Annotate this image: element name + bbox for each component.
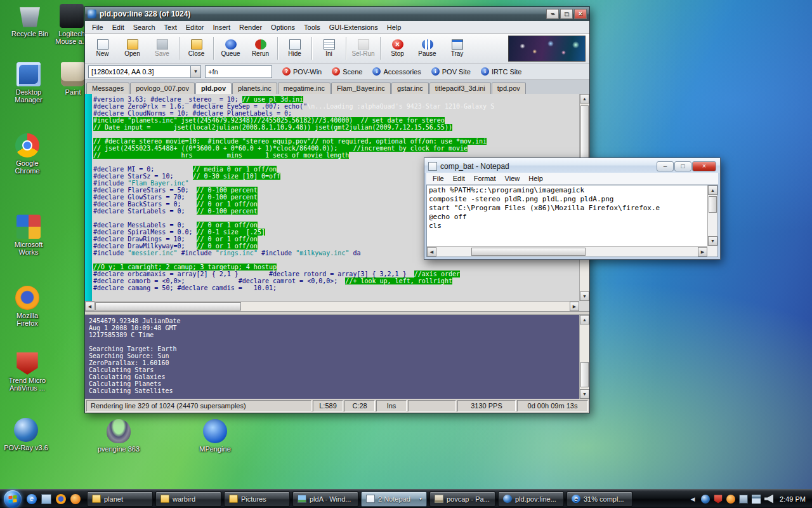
pause-button[interactable]: Pause <box>412 35 442 62</box>
povray-title-bar[interactable]: pld.pov:line 328 (of 1024) – □ × <box>85 7 589 21</box>
tab-povlogo-007-pov[interactable]: povlogo_007.pov <box>130 83 195 94</box>
hidden-icons-chevron[interactable]: ◀ <box>688 495 697 504</box>
taskbar-button-planet[interactable]: planet <box>87 491 153 507</box>
taskbar-button-povcap-pa[interactable]: povcap - Pa... <box>429 491 495 507</box>
taskbar-clock[interactable]: 2:49 PM <box>780 495 812 503</box>
desktop-icon-desktop-manager[interactable]: Desktop Manager <box>6 62 51 104</box>
tab-titlepacif3-3d-ini[interactable]: titlepacif3_3d.ini <box>429 83 491 94</box>
tab-messages[interactable]: Messages <box>86 83 129 94</box>
scroll-left-arrow[interactable]: ◀ <box>427 247 436 257</box>
network-tray-icon[interactable] <box>752 495 761 504</box>
scrollbar-thumb[interactable] <box>471 248 586 256</box>
scroll-right-arrow[interactable]: ▶ <box>570 302 579 311</box>
start-button[interactable] <box>4 490 22 508</box>
scroll-down-arrow[interactable]: ▼ <box>580 291 589 301</box>
menu-gui-extensions[interactable]: GUI-Extensions <box>325 22 383 32</box>
desktop-icon-trend-micro-antivirus[interactable]: Trend Micro AntiVirus ... <box>5 351 49 392</box>
taskbar-button-pictures[interactable]: Pictures <box>224 491 290 507</box>
desktop-icon-pov-ray-v3-6[interactable]: POV-Ray v3.6 <box>4 418 48 451</box>
chevron-down-icon[interactable]: ▼ <box>190 66 200 77</box>
menu-editor[interactable]: Editor <box>181 22 209 32</box>
desktop-icon-mozilla-firefox[interactable]: Mozilla Firefox <box>5 286 49 327</box>
notepad-menu-format[interactable]: Format <box>469 173 501 184</box>
chevron-down-icon[interactable]: ▾ <box>419 496 422 502</box>
taskbar-button-plda-wind[interactable]: pldA - Wind... <box>292 491 358 507</box>
ini-button[interactable]: Ini <box>314 35 344 62</box>
hide-button[interactable]: Hide <box>280 35 310 62</box>
render-options-dropdown[interactable]: [1280x1024, AA 0.3] ▼ <box>88 65 201 78</box>
tray-button[interactable]: Tray <box>442 35 472 62</box>
close-button[interactable]: × <box>574 9 587 19</box>
quick-launch-media-player-icon[interactable] <box>70 494 81 504</box>
save-button[interactable]: Save <box>147 35 177 62</box>
notepad-menu-edit[interactable]: Edit <box>449 173 469 184</box>
maximize-button[interactable]: □ <box>674 161 691 171</box>
tab-pld-pov[interactable]: pld.pov <box>195 83 232 94</box>
scroll-up-arrow[interactable]: ▲ <box>708 185 717 195</box>
notepad-horizontal-scrollbar[interactable]: ◀ ▶ <box>427 246 707 257</box>
command-line-input[interactable]: +fn <box>205 65 272 78</box>
menu-render[interactable]: Render <box>235 22 266 32</box>
scrollbar-thumb[interactable] <box>580 362 589 387</box>
tab-megatime-inc[interactable]: megatime.inc <box>278 83 331 94</box>
maximize-button[interactable]: □ <box>560 9 573 19</box>
tab-flam-bayer-inc[interactable]: Flam_Bayer.inc <box>331 83 391 94</box>
trend-micro-tray-icon[interactable] <box>714 495 723 504</box>
desktop-icon-google-chrome[interactable]: Google Chrome <box>5 133 49 175</box>
volume-tray-icon[interactable] <box>764 495 773 504</box>
quick-launch-show-desktop-icon[interactable] <box>41 494 51 504</box>
accessories-help-button[interactable]: Accessories <box>372 67 421 76</box>
stop-button[interactable]: Stop <box>383 35 412 62</box>
scroll-left-arrow[interactable]: ◀ <box>85 302 95 311</box>
desktop-icon-recycle-bin[interactable]: Recycle Bin <box>8 4 52 37</box>
minimize-button[interactable]: – <box>657 161 674 171</box>
message-pane[interactable]: 2454679.92348 JulianDateAug 1 2008 10:09… <box>85 315 589 399</box>
rerun-button[interactable]: Rerun <box>246 35 275 62</box>
tab-planets-inc[interactable]: planets.inc <box>232 83 277 94</box>
tab-gstar-inc[interactable]: gstar.inc <box>391 83 429 94</box>
taskbar-button-warbird[interactable]: warbird <box>155 491 221 507</box>
display-tray-icon[interactable] <box>739 495 748 504</box>
update-tray-icon[interactable] <box>726 495 735 504</box>
new-button[interactable]: New <box>88 35 117 62</box>
menu-text[interactable]: Text <box>160 22 181 32</box>
scrollbar-thumb[interactable] <box>709 196 717 213</box>
notepad-text-area[interactable]: path %PATH%;c:\programing\imagemagickcom… <box>429 186 706 245</box>
pov-site-help-button[interactable]: POV Site <box>431 67 471 76</box>
scroll-down-arrow[interactable]: ▼ <box>580 389 589 399</box>
taskbar-button-2-notepad[interactable]: 2 Notepad▾ <box>361 491 427 507</box>
scene-help-button[interactable]: Scene <box>332 67 362 76</box>
menu-options[interactable]: Options <box>266 22 299 32</box>
tab-tpd-pov[interactable]: tpd.pov <box>492 83 526 94</box>
minimize-button[interactable]: – <box>546 9 559 19</box>
desktop-icon-microsoft-works[interactable]: Microsoft Works <box>6 215 51 256</box>
notepad-menu-help[interactable]: Help <box>524 173 547 184</box>
quick-launch-ie-icon[interactable] <box>27 494 37 504</box>
message-vertical-scrollbar[interactable]: ▲ ▼ <box>579 315 589 399</box>
taskbar-button-pld-pov-line[interactable]: pld.pov:line... <box>498 491 564 507</box>
menu-tools[interactable]: Tools <box>299 22 325 32</box>
notepad-vertical-scrollbar[interactable]: ▲ ▼ <box>707 185 717 246</box>
editor-horizontal-scrollbar[interactable]: ◀ ▶ <box>85 301 579 311</box>
notepad-menu-view[interactable]: View <box>501 173 525 184</box>
close-button[interactable]: Close <box>181 35 211 62</box>
menu-edit[interactable]: Edit <box>108 22 129 32</box>
scrollbar-thumb[interactable] <box>580 105 589 163</box>
scroll-down-arrow[interactable]: ▼ <box>708 236 717 246</box>
menu-file[interactable]: File <box>88 22 108 32</box>
notepad-menu-file[interactable]: File <box>428 173 449 184</box>
scroll-up-arrow[interactable]: ▲ <box>580 315 589 324</box>
menu-help[interactable]: Help <box>383 22 406 32</box>
queue-button[interactable]: Queue <box>216 35 246 62</box>
pov-win-help-button[interactable]: POV-Win <box>282 67 322 76</box>
desktop-icon-mpengine[interactable]: MPengine <box>193 419 237 453</box>
scroll-right-arrow[interactable]: ▶ <box>698 247 707 257</box>
quick-launch-firefox-icon[interactable] <box>56 494 66 504</box>
menu-search[interactable]: Search <box>129 22 160 32</box>
sel-run-button[interactable]: Sel-Run <box>348 35 378 62</box>
taskbar-button-31-compl[interactable]: 31% compl... <box>566 491 632 507</box>
open-button[interactable]: Open <box>117 35 147 62</box>
irtc-site-help-button[interactable]: IRTC Site <box>481 67 521 76</box>
scrollbar-thumb[interactable] <box>95 302 241 311</box>
menu-insert[interactable]: Insert <box>209 22 235 32</box>
